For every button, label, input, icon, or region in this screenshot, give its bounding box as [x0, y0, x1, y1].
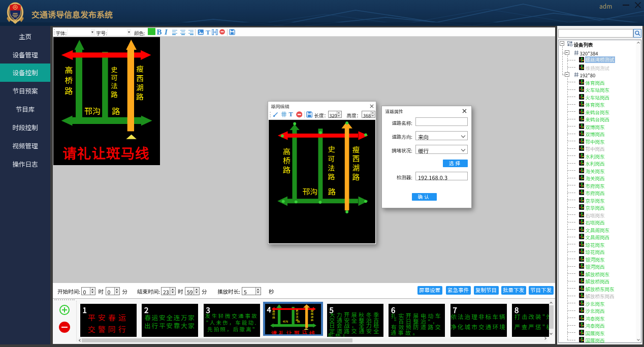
- svg-text:史: 史: [328, 144, 335, 154]
- svg-text:邗沟: 邗沟: [302, 186, 317, 197]
- svg-text:路: 路: [282, 164, 290, 175]
- svg-text:路: 路: [65, 84, 73, 97]
- svg-text:请礼让斑马线: 请礼让斑马线: [63, 142, 150, 163]
- svg-text:路: 路: [297, 320, 300, 324]
- svg-text:请礼让斑马线: 请礼让斑马线: [271, 329, 317, 334]
- svg-text:路: 路: [328, 171, 335, 181]
- svg-text:路: 路: [136, 91, 144, 102]
- svg-text:路: 路: [111, 89, 118, 99]
- svg-text:路: 路: [272, 316, 275, 320]
- svg-text:邗沟: 邗沟: [84, 105, 101, 117]
- svg-text:邗沟: 邗沟: [282, 320, 288, 324]
- svg-text:路: 路: [112, 105, 120, 117]
- svg-text:可: 可: [328, 153, 335, 163]
- svg-text:路: 路: [310, 318, 313, 322]
- svg-text:路: 路: [328, 186, 335, 197]
- svg-text:路: 路: [352, 171, 360, 181]
